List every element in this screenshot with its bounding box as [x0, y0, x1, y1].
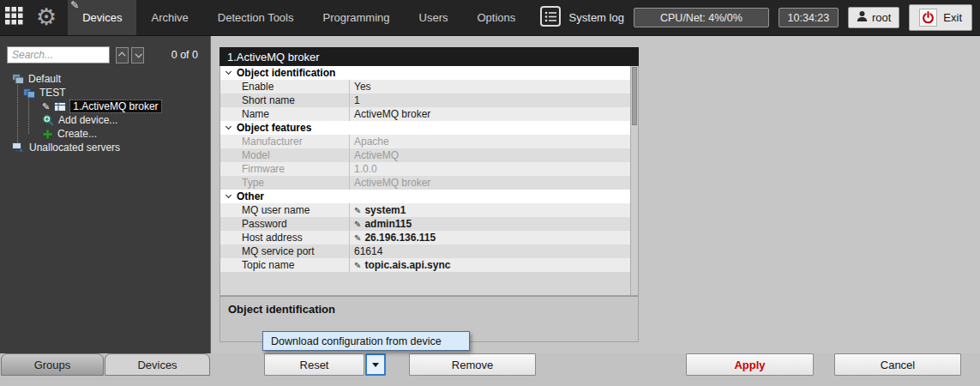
sidebar-search-row: 0 of 0: [0, 36, 210, 72]
main-area: 1.ActiveMQ broker Object identificationE…: [212, 36, 980, 353]
property-value-text: Apache: [354, 136, 389, 148]
system-log-icon[interactable]: [539, 5, 562, 31]
servers-icon: [12, 74, 24, 85]
chevron-down-icon: [225, 124, 231, 130]
property-row-enable[interactable]: EnableYes: [220, 80, 630, 93]
topbar-tabs: ✎DevicesArchiveDetection ToolsProgrammin…: [68, 0, 530, 35]
vertical-scrollbar[interactable]: [630, 66, 638, 295]
property-value: Apache: [349, 135, 630, 148]
apps-grid-icon[interactable]: [5, 7, 23, 28]
tab-archive[interactable]: Archive: [136, 0, 202, 35]
section-title: Object identification: [237, 67, 335, 79]
property-value: ActiveMQ broker: [349, 176, 630, 190]
chevron-down-icon: [135, 51, 141, 57]
user-badge[interactable]: root: [848, 7, 899, 28]
property-label: MQ service port: [220, 245, 349, 257]
property-value-text: 61614: [354, 245, 382, 257]
section-header-object-features[interactable]: Object features: [220, 121, 630, 135]
tree-item-test[interactable]: TEST: [0, 86, 210, 100]
property-row-mq-service-port[interactable]: MQ service port61614: [220, 244, 630, 258]
property-row-model[interactable]: ModelActiveMQ: [220, 148, 630, 162]
system-log-group[interactable]: System log: [539, 5, 624, 31]
property-row-host-address[interactable]: Host address✎26.196.136.115: [220, 231, 630, 244]
topbar: ⚙ ✎DevicesArchiveDetection ToolsProgramm…: [0, 0, 980, 36]
tree-item-1-activemq-broker[interactable]: ✎1.ActiveMQ broker: [0, 100, 210, 113]
property-value: ✎topic.ais.api.sync: [349, 258, 630, 272]
tab-label: Devices: [82, 11, 122, 24]
property-row-firmware[interactable]: Firmware1.0.0: [220, 162, 630, 176]
dropdown-arrow-icon: [372, 363, 379, 367]
tree-item-label: Create...: [57, 128, 97, 140]
property-value: ✎system1: [349, 203, 630, 217]
pencil-icon: ✎: [42, 101, 50, 112]
tree-item-create[interactable]: Create...: [0, 127, 210, 141]
property-value: ActiveMQ broker: [349, 107, 630, 121]
sidebar: 0 of 0 DefaultTEST✎1.ActiveMQ brokerAdd …: [0, 36, 211, 353]
property-panel-title: 1.ActiveMQ broker: [219, 47, 639, 66]
tab-label: Archive: [151, 11, 188, 24]
section-title: Object features: [237, 122, 311, 134]
tree-item-unallocated-servers[interactable]: Unallocated servers: [0, 141, 210, 154]
property-row-password[interactable]: Password✎admin115: [220, 217, 630, 231]
cancel-button[interactable]: Cancel: [834, 353, 961, 376]
property-grid: Object identificationEnableYesShort name…: [219, 66, 639, 296]
property-row-type[interactable]: TypeActiveMQ broker: [220, 176, 630, 190]
property-value: ✎admin115: [349, 217, 630, 231]
device-tree: DefaultTEST✎1.ActiveMQ brokerAdd device.…: [0, 72, 210, 154]
search-match-counter: 0 of 0: [171, 49, 201, 61]
property-description-title: Object identification: [228, 303, 630, 316]
search-nav: [116, 47, 144, 63]
tab-detection-tools[interactable]: Detection Tools: [203, 0, 309, 35]
chevron-down-icon: [225, 69, 231, 75]
tree-item-add-device[interactable]: Add device...: [0, 113, 210, 127]
pencil-icon: ✎: [354, 233, 361, 243]
search-prev-button[interactable]: [116, 47, 129, 63]
tab-devices[interactable]: ✎Devices: [68, 0, 136, 35]
tab-options[interactable]: Options: [462, 0, 530, 35]
system-log-label: System log: [569, 11, 624, 24]
property-row-short-name[interactable]: Short name1: [220, 93, 630, 107]
remove-button[interactable]: Remove: [409, 353, 536, 376]
pencil-icon: ✎: [354, 261, 361, 270]
pencil-icon: ✎: [354, 220, 361, 229]
topbar-left-icons: ⚙: [0, 0, 68, 35]
property-row-mq-user-name[interactable]: MQ user name✎system1: [220, 203, 630, 217]
sidebar-tab-groups[interactable]: Groups: [1, 353, 104, 376]
apply-button[interactable]: Apply: [686, 353, 814, 376]
create-icon: [42, 129, 53, 140]
search-next-button[interactable]: [131, 47, 144, 63]
reset-button[interactable]: Reset: [264, 353, 364, 376]
section-header-other[interactable]: Other: [220, 190, 630, 203]
gear-icon[interactable]: ⚙: [36, 6, 57, 29]
chevron-down-icon: [225, 192, 231, 198]
reset-dropdown-button[interactable]: [365, 353, 386, 376]
property-value: 61614: [349, 244, 630, 258]
property-label: Topic name: [220, 259, 349, 271]
property-grid-rows: Object identificationEnableYesShort name…: [220, 66, 630, 272]
user-icon: [857, 10, 868, 25]
download-config-tooltip[interactable]: Download configuration from device: [262, 331, 470, 351]
scrollbar-thumb[interactable]: [632, 67, 637, 125]
search-input[interactable]: [7, 46, 110, 63]
property-value-text: system1: [364, 204, 406, 216]
property-label: Host address: [220, 232, 349, 244]
property-row-topic-name[interactable]: Topic name✎topic.ais.api.sync: [220, 258, 630, 272]
tree-item-label: 1.ActiveMQ broker: [70, 100, 160, 112]
exit-button[interactable]: Exit: [909, 4, 972, 31]
tab-programming[interactable]: Programming: [308, 0, 404, 35]
device-icon: [54, 101, 66, 112]
sidebar-tab-devices[interactable]: Devices: [105, 353, 210, 376]
user-name: root: [872, 11, 891, 24]
property-label: Type: [220, 177, 349, 189]
tab-users[interactable]: Users: [405, 0, 463, 35]
section-title: Other: [237, 190, 264, 202]
section-header-object-identification[interactable]: Object identification: [220, 66, 630, 80]
property-row-name[interactable]: NameActiveMQ broker: [220, 107, 630, 121]
property-value-text: ActiveMQ broker: [354, 108, 430, 120]
property-label: MQ user name: [220, 204, 349, 216]
clock-badge: 10:34:23: [779, 8, 839, 27]
cpu-net-badge: CPU/Net: 4%/0%: [634, 8, 769, 27]
property-row-manufacturer[interactable]: ManufacturerApache: [220, 135, 630, 148]
tree-item-default[interactable]: Default: [0, 72, 210, 86]
property-value-text: admin115: [364, 218, 412, 230]
